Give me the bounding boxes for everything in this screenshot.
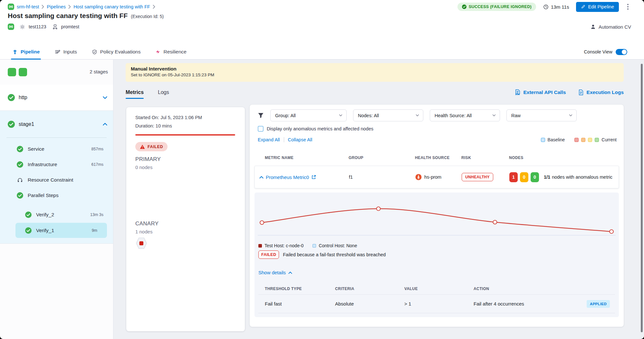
verification-summary-card: Started On: Jul 5, 2023 1:06 PM Duration… [126, 107, 245, 331]
health-source-filter-dropdown[interactable]: Health Source: All [430, 109, 500, 121]
inputs-icon [54, 49, 60, 55]
group-filter-dropdown[interactable]: Group: All [270, 109, 347, 121]
check-circle-icon [8, 94, 15, 101]
nodes-filter-value: Nodes: All [358, 113, 379, 118]
current-legend-swatch-red [574, 138, 579, 142]
check-circle-icon [8, 121, 15, 128]
tab-logs-label: Logs [158, 89, 169, 95]
user-icon [590, 24, 596, 30]
step-item-parallel-steps[interactable]: Parallel Steps [0, 188, 113, 203]
pipeline-icon [12, 49, 18, 55]
execution-id: (Execution Id: 5) [131, 14, 164, 19]
page-title: Host sampling canary testing with FF [8, 12, 128, 20]
failure-reason-row: FAILED Failed because a fail-fast thresh… [258, 250, 386, 259]
control-host-swatch [312, 244, 316, 248]
canary-node-hexagon-icon[interactable] [135, 237, 148, 249]
test-host-label: Test Host: c-node-0 [264, 243, 303, 248]
edit-pipeline-button[interactable]: Edit Pipeline [576, 2, 619, 12]
failed-status-badge: FAILED [135, 142, 168, 151]
stage-item-stage1[interactable]: stage1 [0, 111, 113, 137]
service-name[interactable]: test1123 [29, 24, 46, 29]
filter-row: Group: All Nodes: All Health Source: All… [258, 109, 617, 121]
collapse-metric-icon[interactable] [259, 166, 264, 188]
execution-logs-label: Execution Logs [587, 89, 624, 95]
tab-pipeline-label: Pipeline [21, 49, 40, 55]
test-host-legend: Test Host: c-node-0 [258, 243, 303, 248]
manual-intervention-banner: Manual Intervention Set to IGNORE on 05-… [126, 63, 624, 82]
tab-policy-evaluations[interactable]: Policy Evaluations [92, 44, 141, 59]
started-on: Started On: Jul 5, 2023 1:06 PM [135, 115, 235, 120]
breadcrumb-project[interactable]: srm-hf-test [17, 4, 39, 9]
execution-logs-link[interactable]: Execution Logs [578, 89, 624, 96]
gear-icon [19, 24, 25, 30]
stage-http-label: http [19, 95, 27, 100]
external-api-calls-icon [515, 89, 521, 96]
current-legend-swatch-yellow [588, 138, 592, 142]
warning-triangle-icon [140, 145, 145, 149]
chevron-right-icon [68, 5, 71, 9]
user-name: Automation CV [599, 24, 631, 30]
environment-name[interactable]: promtest [61, 24, 79, 29]
metric-group-cell: f1 [349, 166, 353, 188]
chevron-down-icon [416, 114, 419, 117]
step-duration: 9m [92, 228, 97, 233]
tab-metrics[interactable]: Metrics [126, 85, 144, 99]
stage-item-http[interactable]: http [0, 85, 113, 111]
check-circle-icon [25, 212, 32, 218]
threshold-type-cell: Fail fast [265, 301, 282, 306]
baseline-legend-swatch [541, 138, 545, 142]
unhealthy-badge: UNHEALTHY [462, 173, 493, 181]
external-link-icon [312, 175, 316, 179]
divider [284, 137, 284, 142]
execution-title-row: Host sampling canary testing with FF (Ex… [8, 12, 164, 20]
metric-name-link[interactable]: Prometheus Metric0 [266, 166, 316, 188]
tab-resilience-label: Resilience [163, 49, 187, 55]
step-item-verify-2[interactable]: Verify_2 13m 3s [0, 207, 113, 222]
console-view-toggle[interactable] [616, 49, 627, 55]
health-source-name: hs-prom [424, 174, 441, 180]
step-item-resource-constraint[interactable]: Resource Constraint [0, 173, 113, 187]
tab-inputs[interactable]: Inputs [54, 44, 77, 59]
breadcrumb-pipeline-name[interactable]: Host sampling canary testing with FF [73, 4, 150, 9]
more-options-icon[interactable] [626, 3, 630, 11]
main-tab-bar: Pipeline Inputs Policy Evaluations Resil… [0, 44, 644, 60]
chevron-right-icon [42, 5, 44, 9]
expand-all-link[interactable]: Expand All [258, 137, 280, 142]
tab-pipeline[interactable]: Pipeline [12, 44, 40, 59]
content-tab-bar: Metrics Logs External API Calls Executio… [126, 85, 624, 99]
external-api-calls-link[interactable]: External API Calls [515, 89, 566, 96]
step-item-infrastructure[interactable]: Infrastructure 617ms [0, 157, 113, 172]
banner-title: Manual Intervention [131, 66, 619, 71]
canary-label: CANARY [135, 221, 159, 227]
vertical-scrollbar[interactable] [641, 64, 643, 332]
collapse-all-link[interactable]: Collapse All [288, 137, 312, 142]
resilience-icon [155, 49, 160, 54]
stage-count: 2 stages [90, 69, 108, 74]
value-cell: > 1 [404, 301, 411, 306]
metric-table-row[interactable]: Prometheus Metric0 f1 hs-prom UNHEALTHY … [255, 166, 619, 188]
step-item-service[interactable]: Service 857ms [0, 142, 113, 156]
show-details-link[interactable]: Show details [258, 270, 292, 275]
control-host-legend: Control Host: None [312, 243, 357, 248]
anomalous-checkbox[interactable] [258, 126, 264, 132]
headphones-icon [17, 177, 23, 183]
step-item-verify-1[interactable]: Verify_1 9m [15, 223, 107, 238]
chevron-up-icon[interactable] [103, 123, 107, 126]
tab-resilience[interactable]: Resilience [155, 44, 187, 59]
filter-funnel-icon[interactable] [258, 112, 264, 118]
metric-mode-dropdown[interactable]: Raw [506, 109, 577, 121]
clock-icon [543, 4, 549, 10]
column-header-metric-name: METRIC NAME [265, 155, 293, 160]
prometheus-icon [415, 174, 422, 180]
chevron-down-icon[interactable] [103, 96, 107, 99]
nodes-filter-dropdown[interactable]: Nodes: All [353, 109, 423, 121]
observe-node-count-badge: 0 [520, 172, 528, 182]
column-header-action: ACTION [474, 287, 489, 291]
page-header: srm-hf-test Pipelines Host sampling cana… [0, 0, 644, 44]
step-duration: 617ms [91, 162, 103, 167]
chevron-down-icon [339, 114, 342, 117]
tab-logs[interactable]: Logs [158, 85, 169, 99]
breadcrumb-pipelines[interactable]: Pipelines [47, 4, 66, 9]
metric-mode-value: Raw [511, 113, 521, 118]
health-source-cell: hs-prom [415, 166, 441, 188]
